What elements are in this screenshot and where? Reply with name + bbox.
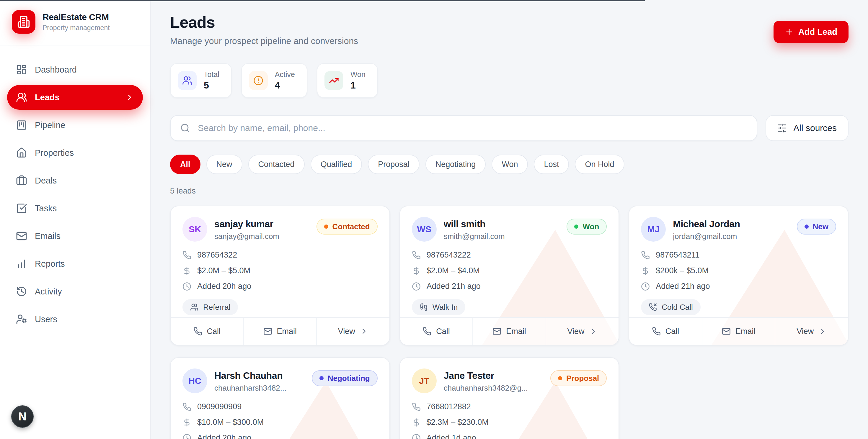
history-icon [16, 286, 27, 297]
dollar-icon [412, 418, 421, 427]
search-row: All sources [170, 115, 848, 141]
page-subtitle: Manage your prospect pipeline and conver… [170, 36, 358, 46]
sidebar-item-properties[interactable]: Properties [7, 140, 143, 165]
phone-icon [423, 327, 431, 336]
lead-email: chauhanharsh3482@g... [444, 383, 543, 393]
mail-icon [492, 327, 501, 336]
sidebar-item-tasks[interactable]: Tasks [7, 196, 143, 221]
sidebar-item-users[interactable]: Users [7, 307, 143, 332]
phone-icon [193, 327, 202, 336]
chevron-right-icon [818, 327, 827, 335]
lead-name: sanjay kumar [214, 218, 309, 230]
lead-name: Jane Tester [444, 370, 543, 381]
sidebar-item-activity[interactable]: Activity [7, 279, 143, 304]
clock-icon [412, 282, 421, 291]
avatar: JT [412, 369, 437, 393]
phone-icon [412, 251, 421, 260]
sidebar-item-pipeline[interactable]: Pipeline [7, 113, 143, 137]
brand-text: RealEstate CRM Property management [42, 12, 110, 32]
lead-phone-row: 9876543211 [641, 250, 836, 260]
phone-icon [652, 327, 661, 336]
lead-added-row: Added 21h ago [412, 282, 607, 291]
lead-added-row: Added 1d ago [412, 433, 607, 439]
sliders-icon [777, 123, 787, 133]
phone-icon [641, 251, 650, 260]
sidebar-item-dashboard[interactable]: Dashboard [7, 57, 143, 82]
footprints-icon [420, 303, 428, 311]
filter-chip-on-hold[interactable]: On Hold [575, 155, 624, 174]
status-filter-bar: AllNewContactedQualifiedProposalNegotiat… [170, 155, 848, 174]
user-cog-icon [16, 314, 27, 325]
view-button[interactable]: View [546, 318, 619, 345]
status-badge: Contacted [316, 218, 378, 235]
clock-icon [412, 434, 421, 439]
sidebar-item-reports[interactable]: Reports [7, 251, 143, 276]
chevron-right-icon [589, 327, 597, 335]
dollar-icon [412, 266, 421, 275]
stat-card-won: Won 1 [317, 63, 378, 98]
filter-chip-contacted[interactable]: Contacted [248, 155, 305, 174]
email-button[interactable]: Email [702, 318, 775, 345]
sidebar-item-deals[interactable]: Deals [7, 168, 143, 193]
filter-chip-proposal[interactable]: Proposal [368, 155, 420, 174]
dollar-icon [412, 418, 421, 427]
dashboard-icon [16, 64, 27, 75]
stat-value: 1 [350, 80, 366, 91]
call-button[interactable]: Call [170, 318, 243, 345]
users-icon [178, 71, 197, 90]
results-count: 5 leads [170, 187, 848, 196]
lead-card-harsh-chauhan: HC Harsh Chauhan chauhanharsh3482... Neg… [170, 357, 390, 439]
source-filter-button[interactable]: All sources [766, 115, 848, 141]
phone-icon [182, 402, 191, 411]
chevron-right-icon [125, 93, 134, 102]
phone-icon [652, 327, 661, 336]
phone-icon [412, 251, 421, 260]
email-button[interactable]: Email [243, 318, 316, 345]
phone-incoming-icon [649, 303, 657, 311]
page-title: Leads [170, 13, 358, 31]
phone-icon [182, 251, 191, 260]
stat-value: 4 [275, 80, 295, 91]
lead-email: chauhanharsh3482... [214, 383, 305, 393]
search-icon [180, 123, 190, 133]
chevron-right-icon [360, 327, 368, 335]
clock-icon [182, 434, 191, 439]
status-dot-icon [558, 376, 562, 380]
users-icon [190, 303, 198, 311]
app-logo [12, 10, 35, 34]
view-button[interactable]: View [316, 318, 390, 345]
view-button[interactable]: View [775, 318, 848, 345]
filter-chip-qualified[interactable]: Qualified [311, 155, 362, 174]
chevron-right-icon [589, 327, 597, 335]
status-badge: Won [566, 218, 607, 235]
email-button[interactable]: Email [472, 318, 546, 345]
filter-chip-negotiating[interactable]: Negotiating [426, 155, 486, 174]
stat-label: Won [350, 70, 366, 79]
dollar-icon [182, 266, 191, 275]
call-button[interactable]: Call [400, 318, 473, 345]
sidebar-nav: Dashboard Leads Pipeline Properties Deal… [0, 45, 150, 343]
lead-name: will smith [444, 218, 560, 230]
sidebar-item-emails[interactable]: Emails [7, 224, 143, 248]
status-dot-icon [805, 225, 809, 229]
check-square-icon [16, 203, 27, 214]
dollar-icon [641, 266, 650, 275]
kanban-icon [16, 120, 27, 131]
filter-chip-lost[interactable]: Lost [534, 155, 569, 174]
call-button[interactable]: Call [629, 318, 702, 345]
chevron-right-icon [125, 93, 134, 102]
filter-chip-new[interactable]: New [206, 155, 242, 174]
avatar: SK [182, 217, 207, 242]
clock-icon [641, 282, 650, 291]
brand-name: RealEstate CRM [42, 12, 110, 22]
search-input[interactable] [197, 123, 747, 134]
plus-icon [785, 28, 794, 36]
filter-chip-won[interactable]: Won [492, 155, 528, 174]
add-lead-button[interactable]: Add Lead [774, 21, 848, 43]
search-icon [180, 123, 190, 133]
sidebar-item-leads[interactable]: Leads [7, 85, 143, 110]
nextjs-dev-badge[interactable]: N [11, 405, 34, 428]
avatar: WS [412, 217, 437, 242]
lead-added-row: Added 20h ago [182, 433, 378, 439]
filter-chip-all[interactable]: All [170, 155, 200, 174]
